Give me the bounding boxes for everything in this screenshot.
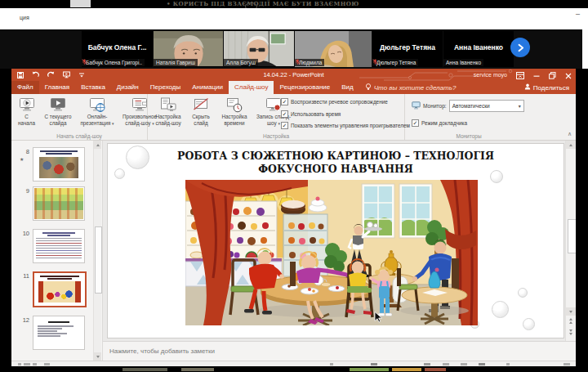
setup-slideshow-icon xyxy=(152,96,185,113)
online-presentation-icon xyxy=(78,96,116,113)
background-fragment xyxy=(181,368,214,371)
slide-thumbnail-10[interactable]: 10 xyxy=(33,229,87,263)
checkbox-option[interactable]: ✓Показать элементы управления проигрыват… xyxy=(281,122,410,129)
scroll-up-icon[interactable] xyxy=(566,141,576,149)
next-slide-button[interactable] xyxy=(566,329,576,336)
participant-label: Людмила xyxy=(295,59,324,66)
meeting-app-titlebar: ция – xyxy=(0,8,588,29)
share-button[interactable]: Поделиться xyxy=(518,81,576,94)
thumbnail-preview xyxy=(33,316,85,350)
status-bar xyxy=(11,361,576,366)
monitor-dropdown[interactable]: Автоматически ▾ xyxy=(449,100,524,112)
bubble-decoration xyxy=(523,318,535,330)
background-fragment xyxy=(350,368,389,371)
tell-me-box[interactable]: Что вы хотите сделать? xyxy=(359,81,462,94)
participant-name: Дюльгер Тетяна xyxy=(372,43,443,52)
editor-scrollbar[interactable] xyxy=(565,141,576,341)
checkbox-icon[interactable]: ✓ xyxy=(281,122,288,129)
checkbox-option[interactable]: ✓Воспроизвести речевое сопровождение xyxy=(281,98,410,105)
cafe-family-scene-illustration xyxy=(185,180,478,325)
tab-5[interactable]: Анимации xyxy=(186,81,229,94)
scroll-down-icon[interactable] xyxy=(566,307,576,316)
slide-canvas[interactable]: РОБОТА З СЮЖЕТНОЮ КАРТИНОЮ – ТЕХНОЛОГІЯ … xyxy=(108,144,564,338)
background-fragment xyxy=(425,368,446,371)
checkbox-option[interactable]: ✓Использовать время xyxy=(281,110,410,118)
slide-thumbnail-8[interactable]: 8★ xyxy=(33,147,87,182)
notes-pane[interactable]: Нажмите, чтобы добавить заметки xyxy=(103,341,576,361)
checkbox-option[interactable]: ✓Режим докладчика xyxy=(412,119,467,127)
chevron-down-icon: ▾ xyxy=(278,121,280,126)
scrollbar-thumb[interactable] xyxy=(568,219,577,253)
powerpoint-window: 14.04.22 - PowerPoint service moyo ФайлГ… xyxy=(11,69,576,366)
bubble-decoration xyxy=(518,288,528,298)
slide-number: 11 xyxy=(18,272,29,280)
meeting-app-title: ция xyxy=(20,15,29,20)
tab-3[interactable]: Дизайн xyxy=(111,81,145,94)
next-participants-button[interactable] xyxy=(510,38,530,57)
tab-8[interactable]: Вид xyxy=(336,81,359,94)
slide-thumbnail-9[interactable]: 9 xyxy=(33,186,87,221)
participant-label: Алла Богуш xyxy=(224,59,258,66)
slide-thumbnail-panel: 8★9101112 xyxy=(11,141,103,361)
previous-slide-button[interactable] xyxy=(566,317,576,325)
checkbox-icon[interactable]: ✓ xyxy=(281,110,288,118)
slide-title-text[interactable]: РОБОТА З СЮЖЕТНОЮ КАРТИНОЮ – ТЕХНОЛОГІЯ … xyxy=(145,150,527,177)
participant-tile[interactable]: Алла Богуш xyxy=(224,31,294,67)
lightbulb-icon xyxy=(365,83,372,92)
thumbnail-preview xyxy=(33,271,87,307)
tab-0[interactable]: Файл xyxy=(11,81,39,94)
participant-label: Дюльгер Тетяна xyxy=(372,59,418,66)
minimize-icon[interactable]: – xyxy=(576,10,580,18)
window-edge-sliver xyxy=(582,29,588,69)
ribbon-tab-bar: ФайлГлавнаяВставкаДизайнПереходыАнимации… xyxy=(11,81,576,94)
participant-tile[interactable]: Наталія Гавриш xyxy=(154,31,223,67)
participant-tile[interactable]: Анна ІваненкоАнна Іваненко xyxy=(443,31,514,67)
slide-thumbnail-12[interactable]: 12 xyxy=(33,316,87,350)
slide-number: 8 xyxy=(18,148,29,155)
participant-label: Наталія Гавриш xyxy=(154,59,198,66)
monitor-small-icon xyxy=(412,101,421,110)
group-label: Начать слайд-шоу xyxy=(11,133,147,139)
tab-active-6[interactable]: Слайд-шоу xyxy=(229,81,274,94)
tab-7[interactable]: Рецензирование xyxy=(274,81,336,94)
group-label: Настройка xyxy=(148,133,404,139)
scroll-down-icon[interactable] xyxy=(94,352,101,361)
account-name[interactable]: service moyo xyxy=(474,72,507,78)
ribbon-group-setup: Настройка слайд-шоуСкрыть слайдНастройка… xyxy=(148,94,405,140)
screenshot-root: • КОРИСТЬ ПІД ВЗАЄМОДІЇ МАЄ БУТИ ВЗАЄМНО… xyxy=(0,0,588,372)
collapse-ribbon-icon[interactable]: ∧ xyxy=(568,131,572,137)
background-slide-text: • КОРИСТЬ ПІД ВЗАЄМОДІЇ МАЄ БУТИ ВЗАЄМНО… xyxy=(167,0,359,7)
hide-slide-icon xyxy=(188,96,214,113)
animation-star-icon: ★ xyxy=(20,156,24,162)
background-fragment xyxy=(122,368,167,371)
slide-number: 9 xyxy=(18,187,29,195)
person-icon xyxy=(524,83,531,92)
ribbon-group-monitors: Монитор: Автоматически ▾ ✓Режим докладчи… xyxy=(405,94,532,140)
participant-name: Анна Іваненко xyxy=(443,43,514,52)
thumbnail-preview xyxy=(33,147,85,182)
start-slideshow-button-0[interactable]: С начала xyxy=(14,96,39,128)
tab-4[interactable]: Переходы xyxy=(145,81,187,94)
start-slideshow-button-1[interactable]: С текущего слайда xyxy=(39,96,77,128)
setup-button-1[interactable]: Скрыть слайд xyxy=(186,96,216,128)
thumbnail-scrollbar[interactable] xyxy=(93,141,101,361)
setup-button-2[interactable]: Настройка времени xyxy=(216,96,253,128)
checkbox-icon[interactable]: ✓ xyxy=(412,119,419,127)
slide-thumbnail-11[interactable]: 11 xyxy=(33,271,87,307)
thumbnail-preview xyxy=(33,186,85,221)
scroll-up-icon[interactable] xyxy=(94,141,101,149)
setup-button-0[interactable]: Настройка слайд-шоу xyxy=(150,96,186,128)
participant-tile[interactable]: Бабчук Олена Г...Бабчук Олена Григорі.. xyxy=(82,31,153,67)
checkbox-icon[interactable]: ✓ xyxy=(281,98,288,105)
participant-label: Бабчук Олена Григорі.. xyxy=(82,59,145,66)
background-fragment xyxy=(392,368,421,371)
start-slideshow-button-2[interactable]: Онлайн-презентация ▾ xyxy=(77,96,118,128)
tab-1[interactable]: Главная xyxy=(39,81,75,94)
tab-2[interactable]: Вставка xyxy=(75,81,111,94)
participant-tile[interactable]: Дюльгер ТетянаДюльгер Тетяна xyxy=(372,31,443,67)
notes-placeholder: Нажмите, чтобы добавить заметки xyxy=(103,342,576,361)
scrollbar-thumb[interactable] xyxy=(95,226,102,294)
participant-tile[interactable]: Людмила xyxy=(295,31,372,67)
slide-number: 12 xyxy=(18,316,29,324)
from-current-slide-icon xyxy=(41,96,75,113)
